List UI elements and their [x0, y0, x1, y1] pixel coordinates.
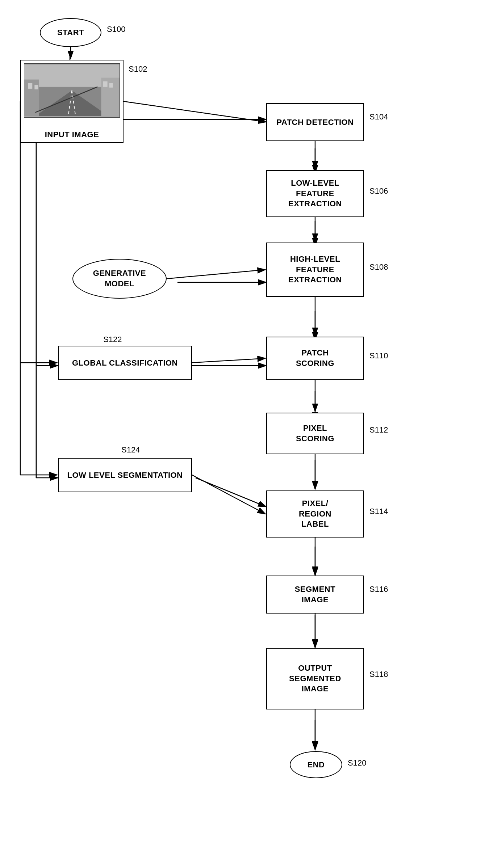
svg-rect-30: [109, 83, 113, 88]
s106-label: S106: [369, 186, 388, 196]
s104-label: S104: [369, 112, 388, 122]
s100-label: S100: [107, 25, 125, 34]
svg-line-44: [192, 475, 265, 514]
svg-rect-29: [103, 81, 107, 87]
generative-model-node: GENERATIVE MODEL: [72, 259, 167, 299]
output-segmented-node: OUTPUT SEGMENTED IMAGE: [266, 648, 364, 709]
low-level-segmentation-node: LOW LEVEL SEGMENTATION: [58, 458, 192, 492]
segment-image-label: SEGMENT IMAGE: [295, 584, 335, 605]
low-level-feature-node: LOW-LEVEL FEATURE EXTRACTION: [266, 170, 364, 217]
high-level-feature-node: HIGH-LEVEL FEATURE EXTRACTION: [266, 243, 364, 297]
svg-line-18: [196, 478, 266, 507]
s118-label: S118: [369, 670, 388, 679]
s116-label: S116: [369, 585, 388, 594]
svg-line-39: [167, 270, 265, 279]
end-label: END: [308, 760, 325, 770]
s114-label: S114: [369, 507, 388, 516]
s120-label: S120: [348, 758, 366, 768]
patch-scoring-label: PATCH SCORING: [296, 348, 334, 368]
pixel-scoring-label: PIXEL SCORING: [296, 423, 334, 444]
start-label: START: [57, 28, 84, 37]
low-level-segmentation-label: LOW LEVEL SEGMENTATION: [67, 471, 183, 480]
s122-label: S122: [103, 335, 122, 344]
pixel-region-label-node: PIXEL/ REGION LABEL: [266, 490, 364, 538]
global-classification-label: GLOBAL CLASSIFICATION: [72, 358, 178, 368]
s102-label: S102: [129, 64, 147, 74]
generative-model-label: GENERATIVE MODEL: [93, 268, 146, 289]
svg-rect-27: [34, 85, 38, 89]
flowchart-diagram: START S100: [0, 0, 502, 868]
output-segmented-label: OUTPUT SEGMENTED IMAGE: [289, 663, 341, 694]
patch-detection-node: PATCH DETECTION: [266, 103, 364, 141]
input-image-label: INPUT IMAGE: [45, 130, 99, 139]
low-level-feature-label: LOW-LEVEL FEATURE EXTRACTION: [288, 178, 342, 209]
global-classification-node: GLOBAL CLASSIFICATION: [58, 346, 192, 380]
start-node: START: [40, 18, 101, 47]
patch-detection-label: PATCH DETECTION: [276, 118, 354, 127]
patch-scoring-node: PATCH SCORING: [266, 337, 364, 380]
end-node: END: [290, 751, 342, 778]
pixel-region-label-label: PIXEL/ REGION LABEL: [299, 498, 331, 530]
svg-rect-26: [28, 83, 32, 89]
segment-image-node: SEGMENT IMAGE: [266, 576, 364, 614]
s110-label: S110: [369, 351, 388, 361]
svg-line-36: [124, 101, 266, 122]
high-level-feature-label: HIGH-LEVEL FEATURE EXTRACTION: [288, 254, 342, 285]
svg-line-41: [192, 358, 265, 363]
s108-label: S108: [369, 262, 388, 272]
pixel-scoring-node: PIXEL SCORING: [266, 413, 364, 454]
s112-label: S112: [369, 425, 388, 435]
input-image-node: INPUT IMAGE: [20, 60, 124, 143]
s124-label: S124: [121, 445, 140, 455]
